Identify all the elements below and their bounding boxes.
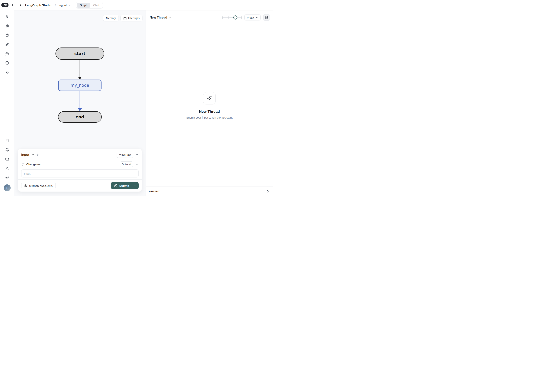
slider-tick [241,16,242,19]
empty-state-subtitle: Submit your input to run the assistant [186,116,232,119]
header: LangGraph Studio / agent Graph Chat [14,0,273,10]
sidebar-item-route[interactable] [5,70,9,74]
tab-chat[interactable]: Chat [90,3,102,8]
memory-button-label: Memory [106,17,116,20]
chevron-down-icon [68,4,71,6]
submit-button-label: Submit [119,184,129,187]
bar-chart-icon [5,24,9,28]
sparkles-icon [207,95,212,101]
sidebar-toggle-icon[interactable] [9,3,13,7]
graph-node-my-node-label: my_node [71,83,89,88]
output-bar[interactable]: OUTPUT [146,187,273,196]
graph-node-my-node[interactable]: my_node [58,80,102,91]
sun-icon [5,176,9,180]
sidebar-logo-row [0,3,14,7]
user-plus-icon [5,166,9,170]
thread-panel-toolbar: New Thread Pretty [150,14,270,21]
page-title: LangGraph Studio [25,3,51,7]
changeme-field-row: Changeme Optional [18,161,142,167]
thread-panel: New Thread Pretty [146,10,273,196]
back-button[interactable] [19,3,23,7]
route-icon [5,70,9,74]
collapse-input-panel-button[interactable] [135,153,139,156]
input-panel-header: Input View Raw [18,149,142,158]
interrupts-button[interactable]: Interrupts [120,15,143,21]
bug-icon [123,17,127,20]
sidebar-item-invite[interactable] [5,166,9,170]
input-panel-footer: Manage Assistants Submit [18,179,142,192]
mail-icon [5,157,9,161]
chevron-down-icon [169,16,172,19]
submit-button[interactable]: Submit [111,182,132,189]
optional-badge: Optional [120,161,133,167]
database-icon [265,16,268,19]
interrupts-button-label: Interrupts [128,17,140,20]
submit-options-button[interactable] [132,182,139,189]
sidebar-item-database[interactable] [5,33,9,37]
chevron-down-icon [135,163,139,166]
collapse-field-button[interactable] [135,163,139,166]
user-avatar-initial: L [6,186,8,190]
state-database-button[interactable] [263,14,270,21]
graph-node-start[interactable]: __start__ [55,48,104,60]
move-down-button[interactable] [36,153,39,156]
sidebar-nav-top [0,15,14,74]
changeme-field-label: Changeme [26,163,40,166]
sidebar-item-bar-chart[interactable] [5,24,9,28]
edge-start-arrowhead-icon [78,77,82,80]
sidebar: L [0,0,14,196]
chevron-right-icon [266,190,270,193]
sidebar-item-new-chat[interactable] [5,52,9,56]
bell-plus-icon [5,148,9,152]
workflow-icon [5,15,9,19]
arrow-up-icon [31,153,35,156]
sidebar-item-theme[interactable] [5,176,9,180]
agent-selector-label: agent [59,3,67,7]
sidebar-item-notes[interactable] [5,139,9,143]
sidebar-item-workflow[interactable] [5,15,9,19]
graph-node-end[interactable]: __end__ [58,111,102,123]
slider-handle[interactable] [233,15,237,19]
tab-graph[interactable]: Graph [77,3,90,8]
arrow-down-icon [36,153,39,156]
thread-panel-controls: Pretty [222,14,270,21]
sidebar-item-edit[interactable] [5,43,9,46]
notes-icon [5,139,9,143]
move-up-button[interactable] [31,153,35,156]
submit-split-button: Submit [111,182,139,189]
detail-level-slider[interactable] [222,15,242,20]
manage-assistants-button[interactable]: Manage Assistants [21,182,56,189]
sidebar-item-notifications[interactable] [5,148,9,152]
agent-selector[interactable]: agent [59,3,71,7]
breadcrumb-separator: / [55,3,56,7]
user-avatar[interactable]: L [4,184,11,191]
empty-state-title: New Thread [199,109,220,114]
render-mode-selector[interactable]: Pretty [244,14,261,20]
input-panel: Input View Raw [18,149,142,192]
pencil-icon [5,43,9,46]
changeme-input[interactable] [21,169,139,177]
thread-selector-label: New Thread [150,16,167,19]
play-circle-icon [5,61,9,65]
thread-selector[interactable]: New Thread [150,16,172,19]
play-circle-icon [114,184,117,188]
sidebar-item-mail[interactable] [5,157,9,161]
sidebar-nav-bottom [0,139,14,180]
chevron-down-icon [135,153,139,156]
chevron-down-icon [255,16,258,19]
arrow-left-icon [19,3,23,7]
app-window: L LangGraph Studio / agent Graph Chat Me… [0,0,273,196]
graph-node-end-label: __end__ [72,115,88,119]
input-panel-header-actions: View Raw [117,152,139,158]
graph-canvas[interactable]: Memory Interrupts __start__ my_node [14,10,146,196]
view-raw-button[interactable]: View Raw [117,152,133,158]
output-label: OUTPUT [149,190,160,193]
changeme-field-actions: Optional [120,161,139,167]
langgraph-studio-logo-icon[interactable] [1,3,8,7]
thread-empty-state: New Thread Submit your input to run the … [146,92,273,119]
slider-track [222,17,242,18]
manage-assistants-label: Manage Assistants [29,184,53,187]
sidebar-item-runs[interactable] [5,61,9,65]
message-plus-icon [5,52,9,56]
memory-button[interactable]: Memory [103,15,119,21]
